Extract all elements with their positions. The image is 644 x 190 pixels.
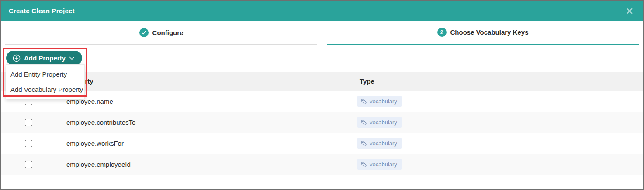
step-choose-vocabulary-keys-label: Choose Vocabulary Keys — [450, 28, 529, 36]
type-badge: vocabulary — [357, 138, 402, 149]
step-choose-vocabulary-keys[interactable]: 2 Choose Vocabulary Keys — [327, 21, 639, 45]
tag-icon — [361, 162, 367, 168]
step-configure[interactable]: Configure — [5, 21, 317, 45]
step-2-badge: 2 — [437, 28, 447, 37]
chevron-down-icon — [69, 56, 75, 60]
table-row: employee.name vocabulary — [1, 91, 643, 112]
type-badge-label: vocabulary — [370, 161, 397, 168]
dialog-titlebar: Create Clean Project — [1, 1, 643, 21]
table-row: employee.worksFor vocabulary — [1, 133, 643, 154]
dialog-title: Create Clean Project — [9, 7, 75, 14]
close-icon[interactable] — [625, 6, 634, 16]
add-property-dropdown-menu: Add Entity Property Add Vocabulary Prope… — [6, 64, 85, 99]
row-checkbox[interactable] — [25, 119, 32, 126]
row-checkbox[interactable] — [25, 161, 32, 168]
table-row: employee.contributesTo vocabulary — [1, 112, 643, 133]
type-badge: vocabulary — [357, 96, 402, 107]
type-badge-label: vocabulary — [370, 140, 397, 147]
vocabulary-keys-table: Property Type employee.name vocabulary — [1, 72, 643, 175]
wizard-steps: Configure 2 Choose Vocabulary Keys — [1, 21, 643, 45]
type-badge: vocabulary — [357, 159, 402, 170]
property-name: employee.employeeId — [66, 161, 131, 168]
table-row: employee.employeeId vocabulary — [1, 154, 643, 175]
type-badge-label: vocabulary — [370, 98, 397, 105]
row-checkbox[interactable] — [25, 140, 32, 147]
tag-icon — [361, 120, 367, 126]
tag-icon — [361, 99, 367, 105]
check-circle-icon — [139, 28, 149, 37]
step-configure-label: Configure — [152, 29, 184, 36]
table-header-row: Property Type — [1, 72, 643, 91]
property-name: employee.worksFor — [66, 140, 124, 147]
type-badge-label: vocabulary — [370, 119, 397, 126]
property-name: employee.contributesTo — [66, 119, 135, 126]
toolbar: Add Property — [1, 45, 643, 72]
add-property-button-label: Add Property — [24, 54, 66, 62]
plus-circle-icon — [13, 54, 21, 62]
menu-item-add-entity-property[interactable]: Add Entity Property — [6, 67, 84, 81]
menu-item-add-vocabulary-property[interactable]: Add Vocabulary Property — [6, 83, 84, 96]
tag-icon — [361, 141, 367, 147]
type-badge: vocabulary — [357, 117, 402, 128]
create-clean-project-dialog: Create Clean Project Configure 2 Choose … — [0, 0, 644, 190]
column-header-type: Type — [351, 72, 643, 91]
add-property-button[interactable]: Add Property — [6, 51, 82, 65]
